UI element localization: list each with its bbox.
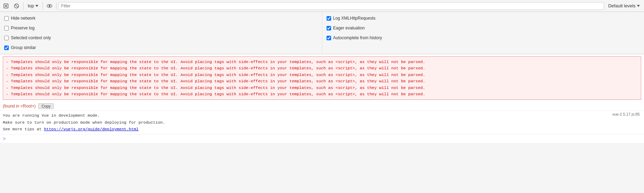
source-location: (found in <Root>) xyxy=(3,104,35,109)
toolbar-divider-2 xyxy=(42,2,43,10)
error-line: - Templates should only be responsible f… xyxy=(6,72,638,78)
context-selector[interactable]: top xyxy=(26,2,40,9)
preserve-log-row: Preserve log xyxy=(4,24,318,32)
source-link-row: (found in <Root>) Copy xyxy=(0,102,644,110)
info-block: vue-2.5.17.js:85 You are running Vue in … xyxy=(0,110,644,134)
context-label: top xyxy=(28,3,34,8)
stop-button[interactable] xyxy=(12,1,21,11)
selected-context-row: Selected context only xyxy=(4,34,318,42)
selected-context-label: Selected context only xyxy=(11,35,51,40)
toolbar: top Default levels xyxy=(0,0,644,12)
group-similar-label: Group similar xyxy=(11,45,36,50)
toolbar-divider-1 xyxy=(23,2,24,10)
group-similar-row: Group similar xyxy=(4,43,318,52)
settings-col-right: Log XMLHttpRequests Eager evaluation Aut… xyxy=(322,12,644,54)
selected-context-checkbox[interactable] xyxy=(4,36,9,40)
error-line: - Templates should only be responsible f… xyxy=(6,65,638,71)
eye-button[interactable] xyxy=(45,1,54,11)
preserve-log-label: Preserve log xyxy=(11,26,34,30)
prompt-row: > xyxy=(0,134,644,143)
clear-console-button[interactable] xyxy=(1,1,11,11)
svg-line-4 xyxy=(15,5,18,7)
eager-eval-checkbox[interactable] xyxy=(327,26,331,30)
preserve-log-checkbox[interactable] xyxy=(4,26,9,30)
log-xhr-checkbox[interactable] xyxy=(327,16,331,21)
hide-network-checkbox[interactable] xyxy=(4,16,9,21)
error-line: - Templates should only be responsible f… xyxy=(6,59,638,65)
svg-point-6 xyxy=(49,5,51,7)
info-line-1: You are running Vue in development mode. xyxy=(3,112,641,119)
log-xhr-row: Log XMLHttpRequests xyxy=(327,14,640,22)
group-similar-checkbox[interactable] xyxy=(4,46,9,50)
copy-button[interactable]: Copy xyxy=(38,103,54,109)
toolbar-divider-3 xyxy=(56,2,57,10)
prompt-chevron: > xyxy=(3,136,6,142)
source-file-label: vue-2.5.17.js:85 xyxy=(612,112,640,116)
autocomplete-row: Autocomplete from history xyxy=(327,34,640,42)
settings-col-left: Hide network Preserve log Selected conte… xyxy=(0,12,322,54)
filter-input[interactable] xyxy=(59,2,604,10)
levels-button[interactable]: Default levels xyxy=(605,2,643,9)
error-line: - Templates should only be responsible f… xyxy=(6,91,638,97)
autocomplete-label: Autocomplete from history xyxy=(333,35,382,40)
eager-eval-label: Eager evaluation xyxy=(333,26,365,30)
hide-network-label: Hide network xyxy=(11,16,35,21)
log-xhr-label: Log XMLHttpRequests xyxy=(333,16,376,21)
levels-label: Default levels xyxy=(608,3,636,8)
eager-eval-row: Eager evaluation xyxy=(327,24,640,32)
hide-network-row: Hide network xyxy=(4,14,318,22)
info-line-3: See more tips at https://vuejs.org/guide… xyxy=(3,126,641,133)
deployment-link[interactable]: https://vuejs.org/guide/deployment.html xyxy=(44,127,138,131)
info-line-2: Make sure to turn on production mode whe… xyxy=(3,119,641,126)
settings-panel: Hide network Preserve log Selected conte… xyxy=(0,12,644,54)
autocomplete-checkbox[interactable] xyxy=(327,36,331,40)
error-line: - Templates should only be responsible f… xyxy=(6,78,638,84)
error-line: - Templates should only be responsible f… xyxy=(6,85,638,91)
error-block: - Templates should only be responsible f… xyxy=(3,56,641,100)
console-area: - Templates should only be responsible f… xyxy=(0,54,644,143)
